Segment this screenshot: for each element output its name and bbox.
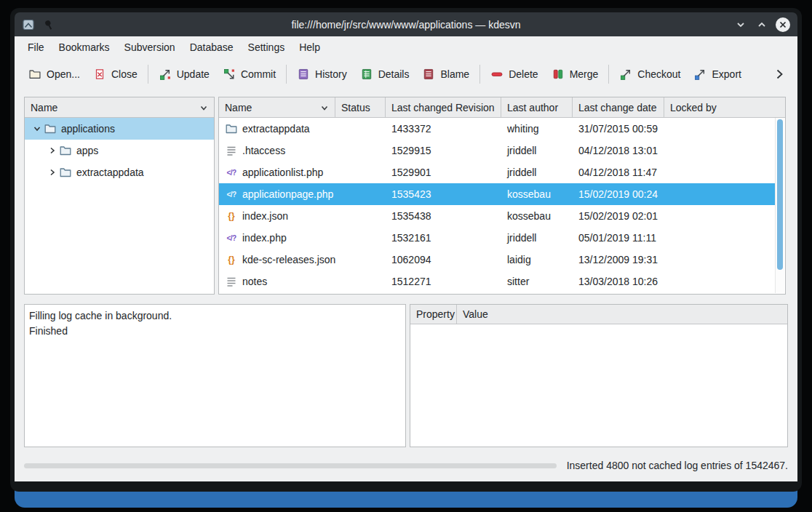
tree-item-label: apps (76, 145, 98, 156)
menu-file[interactable]: File (20, 39, 52, 56)
file-author: laidig (501, 254, 573, 265)
table-row[interactable]: extractappdata 1433372 whiting 31/07/201… (219, 118, 776, 140)
chevron-right-icon[interactable] (46, 146, 59, 155)
log-line: Finished (29, 324, 401, 339)
menu-database[interactable]: Database (183, 39, 241, 56)
toolbar-separator (479, 65, 480, 84)
update-label: Update (177, 68, 210, 80)
column-header-property[interactable]: Property (410, 305, 457, 324)
export-icon (693, 68, 706, 81)
column-header-value[interactable]: Value (457, 305, 787, 324)
open-button[interactable]: Open... (22, 64, 87, 84)
delete-label: Delete (509, 68, 538, 80)
table-row[interactable]: index.php 1532161 jriddell 05/01/2019 11… (219, 227, 776, 249)
file-rows: extractappdata 1433372 whiting 31/07/201… (219, 118, 776, 293)
table-row-selected[interactable]: applicationpage.php 1535423 kossebau 15/… (219, 183, 776, 205)
menu-help[interactable]: Help (292, 39, 327, 56)
toolbar-separator (286, 65, 287, 84)
json-file-icon (225, 253, 238, 266)
titlebar-right (688, 17, 797, 32)
open-label: Open... (47, 68, 80, 80)
file-revision: 1062094 (386, 254, 501, 265)
column-header-name[interactable]: Name (219, 97, 335, 117)
chevron-right-icon (773, 68, 786, 81)
table-row[interactable]: .htaccess 1529915 jriddell 04/12/2018 13… (219, 140, 776, 161)
delete-button[interactable]: Delete (484, 64, 544, 84)
folder-icon (59, 166, 72, 179)
file-author: kossebau (501, 188, 573, 200)
export-button[interactable]: Export (687, 64, 747, 84)
file-author: jriddell (501, 145, 573, 156)
history-label: History (315, 68, 347, 80)
details-button[interactable]: Details (354, 64, 416, 84)
details-icon (360, 68, 373, 81)
table-row[interactable]: notes 1512271 sitter 13/03/2018 10:26 (219, 271, 776, 292)
menu-bookmarks[interactable]: Bookmarks (52, 39, 117, 56)
commit-button[interactable]: Commit (216, 64, 282, 84)
text-file-icon (225, 144, 238, 157)
merge-button[interactable]: Merge (545, 64, 605, 84)
folder-icon (225, 122, 238, 135)
table-row[interactable]: index.json 1535438 kossebau 15/02/2019 0… (219, 205, 776, 227)
toolbar-separator (148, 65, 148, 84)
file-name: extractappdata (242, 123, 310, 135)
file-date: 05/01/2019 11:11 (573, 232, 664, 244)
file-author: whiting (501, 123, 573, 135)
minimize-button[interactable] (733, 17, 748, 32)
file-revision: 1535423 (386, 188, 501, 200)
vertical-scrollbar[interactable] (775, 118, 784, 293)
tree-header[interactable]: Name (25, 97, 214, 118)
chevron-down-icon[interactable] (31, 124, 44, 133)
table-row[interactable]: applicationlist.php 1529901 jriddell 04/… (219, 161, 776, 183)
file-revision: 1532161 (386, 232, 501, 244)
column-header-revision[interactable]: Last changed Revision (386, 97, 501, 117)
file-name: index.json (242, 210, 288, 222)
chevron-right-icon[interactable] (46, 168, 59, 177)
history-button[interactable]: History (290, 64, 354, 84)
pin-icon[interactable] (42, 18, 55, 31)
update-button[interactable]: Update (152, 64, 216, 84)
scrollbar-thumb[interactable] (777, 119, 783, 270)
file-revision: 1512271 (386, 276, 501, 287)
table-row[interactable]: kde-sc-releases.json 1062094 laidig 13/1… (219, 249, 776, 271)
tree-item-applications[interactable]: applications (25, 118, 214, 140)
tree-item-extractappdata[interactable]: extractappdata (25, 161, 214, 183)
column-header-status[interactable]: Status (335, 97, 386, 117)
blame-button[interactable]: Blame (415, 64, 476, 84)
menu-settings[interactable]: Settings (241, 39, 292, 56)
checkout-button[interactable]: Checkout (613, 64, 687, 84)
tree-item-label: extractappdata (76, 167, 144, 178)
file-revision: 1535438 (386, 210, 501, 222)
close-button[interactable] (776, 17, 790, 32)
column-header-author[interactable]: Last author (501, 97, 573, 117)
toolbar-separator (608, 65, 609, 84)
tree-item-apps[interactable]: apps (25, 140, 214, 161)
column-header-locked[interactable]: Locked by (664, 97, 785, 117)
checkout-label: Checkout (637, 68, 680, 80)
text-file-icon (225, 275, 238, 288)
log-line: Filling log cache in background. (29, 308, 401, 324)
file-author: jriddell (501, 232, 573, 244)
menu-subversion[interactable]: Subversion (117, 39, 183, 56)
status-message: Inserted 4800 not cached log entries of … (567, 460, 788, 471)
file-list-panel: Name Status Last changed Revision Last a… (218, 97, 786, 295)
app-icon[interactable] (22, 18, 35, 31)
file-date: 15/02/2019 00:24 (573, 188, 664, 200)
properties-header: Property Value (410, 305, 787, 324)
maximize-button[interactable] (755, 17, 769, 32)
php-file-icon (225, 188, 238, 201)
log-output-panel: Filling log cache in background. Finishe… (24, 304, 406, 447)
file-author: sitter (501, 276, 573, 287)
properties-panel: Property Value (410, 304, 788, 447)
file-name: .htaccess (242, 145, 285, 156)
checkout-icon (619, 68, 632, 81)
sort-indicator-icon (320, 103, 329, 112)
close-document-button[interactable]: Close (87, 64, 144, 84)
blame-icon (422, 68, 435, 81)
toolbar-overflow-button[interactable] (768, 66, 790, 82)
window-content: File Bookmarks Subversion Database Setti… (15, 36, 797, 481)
menubar: File Bookmarks Subversion Database Setti… (15, 36, 797, 58)
details-label: Details (378, 68, 410, 80)
column-header-date[interactable]: Last change date (573, 97, 664, 117)
window-title: file:///home/jr/src/www/www/applications… (124, 19, 688, 31)
